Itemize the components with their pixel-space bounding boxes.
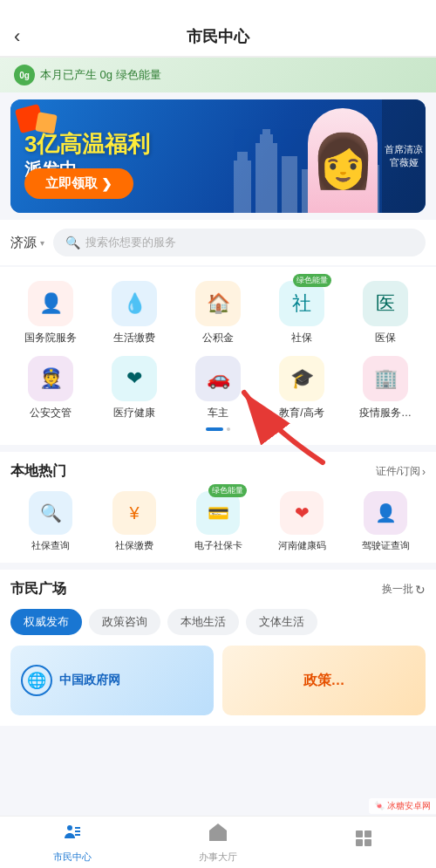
local-hot-action-text: 证件/订阅 <box>376 464 420 479</box>
service-item-medical[interactable]: 医 医保 <box>345 281 426 345</box>
service-hall-icon <box>208 822 228 848</box>
svg-rect-21 <box>364 839 371 846</box>
local-label-esocial: 电子社保卡 <box>194 539 242 552</box>
svg-rect-4 <box>262 129 270 136</box>
search-box[interactable]: 🔍 搜索你想要的服务 <box>53 229 426 256</box>
dot-active <box>206 427 223 431</box>
local-item-health_code[interactable]: ❤ 河南健康码 <box>262 491 342 552</box>
watermark: 🍬 冰糖安卓网 <box>369 798 436 814</box>
service-icon-edu: 🎓 <box>279 356 324 401</box>
service-item-edu[interactable]: 🎓 教育/高考 <box>262 356 342 420</box>
svg-rect-0 <box>234 161 251 213</box>
local-hot-grid: 🔍 社保查询 ¥ 社保缴费 绿色能量 💳 电子社保卡 ❤ 河南健康码 👤 驾驶证… <box>10 491 426 552</box>
service-item-car[interactable]: 🚗 车主 <box>178 356 258 420</box>
energy-dot: 0g <box>14 65 35 85</box>
service-item-police[interactable]: 👮 公安交管 <box>10 356 91 420</box>
service-icon-gov: 👤 <box>28 281 73 326</box>
banner-btn-text: 立即领取 <box>45 175 98 192</box>
svg-rect-2 <box>255 143 277 213</box>
svg-rect-13 <box>75 834 80 836</box>
service-label-car: 车主 <box>208 406 228 420</box>
plaza-action-text: 换一批 <box>382 582 413 597</box>
plaza-header: 市民广场 换一批 ↻ <box>10 580 426 598</box>
service-label-medical: 医保 <box>375 331 396 345</box>
local-label-license: 驾驶证查询 <box>362 539 410 552</box>
plaza-cards: 🌐 中国政府网 政策… <box>10 646 426 715</box>
plaza-tab-3[interactable]: 文体生活 <box>246 609 317 635</box>
service-icon-car: 🚗 <box>195 356 241 401</box>
search-area: 济源 ▾ 🔍 搜索你想要的服务 <box>0 220 436 265</box>
svg-rect-5 <box>282 156 297 213</box>
svg-rect-18 <box>356 830 363 837</box>
banner[interactable]: 👩 3亿高温福利 派发中 立即领取 ❯ 首席清凉官薇娅 <box>10 99 426 213</box>
local-icon-social_query: 🔍 <box>29 491 72 535</box>
services-section: 👤 国务院服务 💧 生活缴费 🏠 公积金 绿色能量 社 社保 医 医保 👮 <box>0 267 436 445</box>
dot-inactive <box>227 427 230 431</box>
local-label-health_code: 河南健康码 <box>278 539 326 552</box>
banner-main-text: 3亿高温福利 <box>24 131 150 158</box>
banner-right-label: 首席清凉官薇娅 <box>382 99 426 213</box>
service-icon-fund: 🏠 <box>195 281 241 326</box>
local-item-license[interactable]: 👤 驾驶证查询 <box>345 491 426 552</box>
plaza-tab-1[interactable]: 政策咨询 <box>89 609 160 635</box>
local-label-social_pay: 社保缴费 <box>115 539 153 552</box>
plaza-title: 市民广场 <box>10 580 66 598</box>
city-name: 济源 <box>10 235 37 251</box>
city-dropdown-arrow-icon: ▾ <box>40 238 44 248</box>
plaza-card-policy[interactable]: 政策… <box>222 646 426 715</box>
page-title: 市民中心 <box>187 26 249 47</box>
local-item-esocial[interactable]: 绿色能量 💳 电子社保卡 <box>178 491 258 552</box>
banner-btn-arrow: ❯ <box>101 176 112 192</box>
plaza-action[interactable]: 换一批 ↻ <box>382 582 426 597</box>
service-label-police: 公安交管 <box>30 406 72 420</box>
local-label-social_query: 社保查询 <box>31 539 70 552</box>
service-icon-life: 💧 <box>112 281 157 326</box>
header: ‹ 市民中心 <box>0 0 436 58</box>
local-icon-esocial: 绿色能量 💳 <box>196 491 240 535</box>
service-label-life: 生活缴费 <box>113 331 155 345</box>
svg-rect-1 <box>237 152 248 162</box>
globe-icon: 🌐 <box>21 665 52 696</box>
local-hot-section: 本地热门 证件/订阅 › 🔍 社保查询 ¥ 社保缴费 绿色能量 💳 电子社保卡 … <box>0 452 436 563</box>
local-hot-action[interactable]: 证件/订阅 › <box>376 464 426 479</box>
local-icon-social_pay: ¥ <box>112 491 156 535</box>
banner-person: 👩 <box>308 108 378 213</box>
svg-point-11 <box>67 825 72 830</box>
svg-rect-14 <box>75 827 80 829</box>
service-label-health: 医疗健康 <box>113 406 155 420</box>
plaza-refresh-icon: ↻ <box>415 583 426 597</box>
energy-bar: 0g 本月已产生 0g 绿色能量 <box>0 58 436 92</box>
plaza-tab-0[interactable]: 权威发布 <box>10 609 82 635</box>
service-item-fund[interactable]: 🏠 公积金 <box>178 281 258 345</box>
plaza-card-gov[interactable]: 🌐 中国政府网 <box>10 646 214 715</box>
service-label-edu: 教育/高考 <box>279 406 324 420</box>
service-item-gov[interactable]: 👤 国务院服务 <box>10 281 91 345</box>
local-item-social_query[interactable]: 🔍 社保查询 <box>10 491 91 552</box>
back-button[interactable]: ‹ <box>14 25 20 48</box>
other-icon <box>353 828 374 854</box>
citizen-center-nav-label: 市民中心 <box>53 851 92 864</box>
green-energy-tag: 绿色能量 <box>293 274 331 287</box>
plaza-section: 市民广场 换一批 ↻ 权威发布政策咨询本地生活文体生活 🌐 中国政府网 政策… <box>0 570 436 726</box>
watermark-text: 冰糖安卓网 <box>387 801 431 810</box>
local-hot-title: 本地热门 <box>10 462 66 481</box>
watermark-icon: 🍬 <box>374 801 385 810</box>
service-icon-police: 👮 <box>28 356 73 401</box>
city-selector[interactable]: 济源 ▾ <box>10 235 44 251</box>
citizen-center-icon <box>62 822 83 848</box>
nav-item-citizen[interactable]: 市民中心 <box>0 817 146 869</box>
page-dots <box>10 427 426 431</box>
banner-cta-button[interactable]: 立即领取 ❯ <box>24 168 133 199</box>
service-icon-health: ❤ <box>112 356 157 401</box>
service-item-epidemic[interactable]: 🏢 疫情服务… <box>345 356 426 420</box>
header-bar: ‹ 市民中心 <box>0 17 436 57</box>
nav-item-hall[interactable]: 办事大厅 <box>146 817 291 869</box>
local-item-social_pay[interactable]: ¥ 社保缴费 <box>94 491 174 552</box>
plaza-tab-2[interactable]: 本地生活 <box>167 609 239 635</box>
service-item-social[interactable]: 绿色能量 社 社保 <box>262 281 342 345</box>
service-icon-social: 绿色能量 社 <box>279 281 324 326</box>
nav-item-other[interactable] <box>290 823 436 862</box>
service-icon-medical: 医 <box>363 281 408 326</box>
service-item-life[interactable]: 💧 生活缴费 <box>94 281 174 345</box>
service-item-health[interactable]: ❤ 医疗健康 <box>94 356 174 420</box>
